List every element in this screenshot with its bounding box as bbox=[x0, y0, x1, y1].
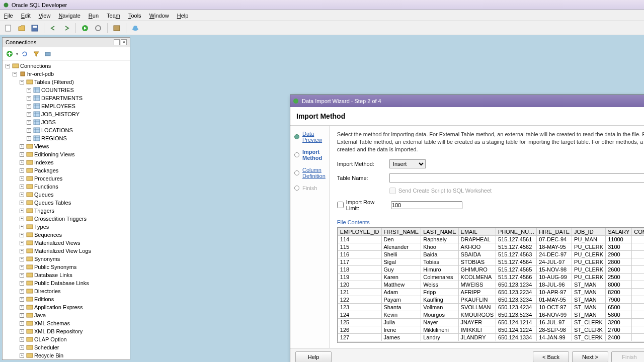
expand-icon[interactable]: + bbox=[20, 193, 24, 197]
expand-icon[interactable]: + bbox=[20, 160, 24, 165]
tree-schema-node[interactable]: +Recycle Bin bbox=[4, 351, 129, 359]
tree-schema-node[interactable]: +Functions bbox=[4, 183, 129, 191]
redo-button[interactable] bbox=[61, 23, 72, 34]
tree-table-item[interactable]: +COUNTRIES bbox=[4, 86, 129, 94]
table-row[interactable]: 114DenRaphaelyDRAPHEAL515.127.456107-DEC… bbox=[338, 235, 644, 243]
table-row[interactable]: 121AdamFrippAFRIPP650.123.223410-APR-97S… bbox=[338, 288, 644, 296]
panel-minimize-icon[interactable]: _ bbox=[114, 39, 120, 45]
table-row[interactable]: 115AlexanderKhooAKHOO515.127.456218-MAY-… bbox=[338, 243, 644, 250]
table-row[interactable]: 119KarenColmenaresKCOLMENA515.127.456610… bbox=[338, 273, 644, 281]
column-header[interactable]: PHONE_NU… bbox=[496, 228, 537, 235]
expand-icon[interactable]: + bbox=[20, 144, 24, 149]
table-row[interactable]: 116ShelliBaidaSBAIDA515.127.456324-DEC-9… bbox=[338, 250, 644, 258]
tree-table-item[interactable]: +EMPLOYEES bbox=[4, 102, 129, 110]
column-header[interactable]: JOB_ID bbox=[572, 228, 606, 235]
save-button[interactable] bbox=[29, 23, 40, 34]
step-label[interactable]: Column Definition bbox=[302, 167, 326, 179]
tree-schema-node[interactable]: +Public Database Links bbox=[4, 279, 129, 287]
table-row[interactable]: 124KevinMourgosKMOURGOS650.123.523416-NO… bbox=[338, 311, 644, 318]
column-header[interactable]: EMAIL bbox=[458, 228, 496, 235]
expand-icon[interactable]: + bbox=[20, 225, 24, 229]
expand-icon[interactable]: + bbox=[27, 120, 31, 125]
tree-schema-node[interactable]: +Sequences bbox=[4, 231, 129, 239]
collapse-icon[interactable]: − bbox=[6, 64, 10, 68]
tree-schema-node[interactable]: +Directories bbox=[4, 287, 129, 295]
sql-button[interactable] bbox=[111, 23, 122, 34]
tree-schema-node[interactable]: +Editioning Views bbox=[4, 150, 129, 158]
tree-schema-node[interactable]: +Java bbox=[4, 311, 129, 319]
import-method-select[interactable]: Insert bbox=[389, 159, 426, 168]
table-row[interactable]: 118GuyHimuroGHIMURO515.127.456515-NOV-98… bbox=[338, 265, 644, 273]
tree-schema-node[interactable]: +Materialized Views bbox=[4, 239, 129, 247]
row-limit-checkbox[interactable] bbox=[337, 202, 344, 208]
connections-tree[interactable]: − Connections − hr-orcl-pdb − Tables (Fi… bbox=[3, 61, 130, 359]
tree-schema-node[interactable]: +Procedures bbox=[4, 174, 129, 183]
tns-button[interactable] bbox=[43, 49, 53, 59]
column-header[interactable]: FIRST_NAME bbox=[381, 228, 421, 235]
expand-icon[interactable]: + bbox=[27, 88, 31, 93]
expand-icon[interactable]: + bbox=[27, 96, 31, 101]
expand-icon[interactable]: + bbox=[20, 337, 24, 342]
tree-schema-node[interactable]: +Queues bbox=[4, 191, 129, 199]
tree-table-item[interactable]: +LOCATIONS bbox=[4, 126, 129, 134]
expand-icon[interactable]: + bbox=[20, 233, 24, 237]
help-button[interactable]: Help bbox=[295, 351, 332, 362]
tree-schema-node[interactable]: +Application Express bbox=[4, 303, 129, 311]
table-row[interactable]: 127JamesLandryJLANDRY650.124.133414-JAN-… bbox=[338, 333, 644, 341]
table-row[interactable]: 117SigalTobiasSTOBIAS515.127.456424-JUL-… bbox=[338, 258, 644, 265]
column-header[interactable]: SALARY bbox=[606, 228, 632, 235]
tree-schema-node[interactable]: +OLAP Option bbox=[4, 335, 129, 343]
table-row[interactable]: 126IreneMikkilineniIMIKKILI650.124.12242… bbox=[338, 326, 644, 333]
file-contents-grid[interactable]: EMPLOYEE_IDFIRST_NAMELAST_NAMEEMAILPHONE… bbox=[337, 227, 644, 343]
new-connection-button[interactable] bbox=[5, 49, 15, 59]
tree-schema-node[interactable]: +Scheduler bbox=[4, 343, 129, 351]
tree-table-item[interactable]: +REGIONS bbox=[4, 134, 129, 142]
expand-icon[interactable]: + bbox=[27, 112, 31, 117]
tree-schema-node[interactable]: +Indexes bbox=[4, 158, 129, 166]
open-button[interactable] bbox=[16, 23, 27, 34]
expand-icon[interactable]: + bbox=[20, 249, 24, 253]
table-row[interactable]: 122PayamKauflingPKAUFLIN650.123.323401-M… bbox=[338, 296, 644, 303]
tree-schema-node[interactable]: +Database Links bbox=[4, 271, 129, 279]
tree-schema-node[interactable]: +Materialized View Logs bbox=[4, 247, 129, 255]
table-row[interactable]: 125JuliaNayerJNAYER650.124.121416-JUL-97… bbox=[338, 318, 644, 326]
expand-icon[interactable]: + bbox=[27, 136, 31, 141]
step-label[interactable]: Data Preview bbox=[302, 131, 326, 143]
run-button[interactable] bbox=[79, 23, 91, 34]
expand-icon[interactable]: + bbox=[20, 257, 24, 261]
tree-tables-node[interactable]: − Tables (Filtered) bbox=[4, 78, 129, 86]
expand-icon[interactable]: + bbox=[20, 321, 24, 326]
menu-help[interactable]: Help bbox=[177, 13, 189, 19]
step-column-definition[interactable]: Column Definition bbox=[294, 167, 326, 179]
tree-schema-node[interactable]: +Public Synonyms bbox=[4, 263, 129, 271]
tree-schema-node[interactable]: +XML Schemas bbox=[4, 319, 129, 327]
expand-icon[interactable]: + bbox=[27, 128, 31, 133]
expand-icon[interactable]: + bbox=[20, 313, 24, 318]
tree-table-item[interactable]: +JOB_HISTORY bbox=[4, 110, 129, 118]
expand-icon[interactable]: + bbox=[20, 281, 24, 286]
menu-run[interactable]: Run bbox=[89, 13, 99, 19]
step-data-preview[interactable]: Data Preview bbox=[294, 131, 326, 143]
menu-tools[interactable]: Tools bbox=[128, 13, 141, 19]
expand-icon[interactable]: + bbox=[20, 217, 24, 221]
menu-window[interactable]: Window bbox=[149, 13, 169, 19]
table-name-input[interactable] bbox=[389, 173, 644, 183]
tree-schema-node[interactable]: +Synonyms bbox=[4, 255, 129, 263]
expand-icon[interactable]: + bbox=[20, 152, 24, 157]
tree-root-connections[interactable]: − Connections bbox=[4, 62, 129, 70]
expand-icon[interactable]: + bbox=[20, 201, 24, 205]
tree-schema-node[interactable]: +Views bbox=[4, 142, 129, 150]
table-row[interactable]: 123ShantaVollmanSVOLLMAN650.123.423410-O… bbox=[338, 303, 644, 311]
tree-schema-node[interactable]: +Packages bbox=[4, 166, 129, 174]
expand-icon[interactable]: + bbox=[20, 209, 24, 213]
expand-icon[interactable]: + bbox=[20, 289, 24, 294]
collapse-icon[interactable]: − bbox=[13, 72, 17, 76]
tree-table-item[interactable]: +JOBS bbox=[4, 118, 129, 126]
step-import-method[interactable]: Import Method bbox=[294, 149, 326, 161]
expand-icon[interactable]: + bbox=[20, 168, 24, 173]
menu-edit[interactable]: Edit bbox=[21, 13, 31, 19]
column-header[interactable]: HIRE_DATE bbox=[537, 228, 572, 235]
expand-icon[interactable]: + bbox=[20, 241, 24, 245]
cloud-button[interactable] bbox=[130, 23, 141, 34]
tree-schema-node[interactable]: +Editions bbox=[4, 295, 129, 303]
